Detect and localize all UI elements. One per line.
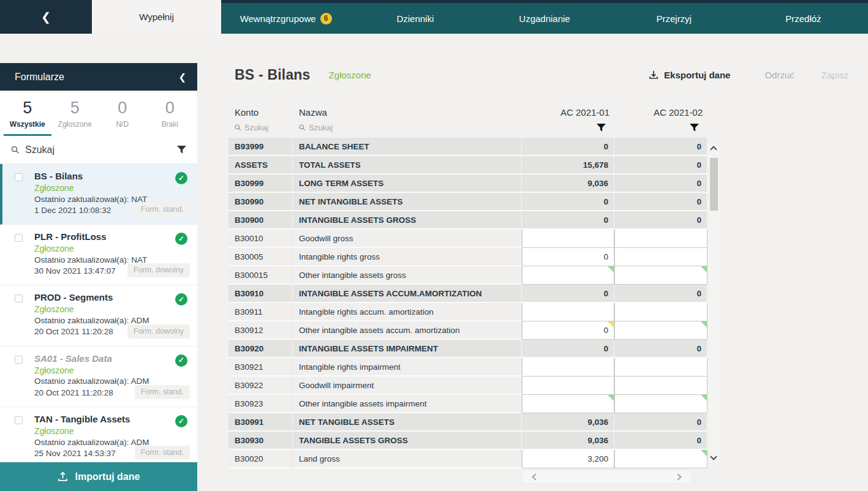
row-name: TANGIBLE ASSETS GROSS [293,432,522,450]
form-type-badge: Form. stand. [135,446,190,460]
export-data-button[interactable]: Eksportuj dane [649,70,730,80]
nav-tab-wewnatrzgrupowe[interactable]: Wewnątrzgrupowe6 [221,3,350,34]
nav-tab-label: Wewnątrzgrupowe [240,13,316,24]
search-placeholder: Szukaj [25,144,172,156]
value-cell: 0 [522,285,614,303]
col-header-konto[interactable]: Konto [228,105,293,119]
filter-icon[interactable] [177,146,186,154]
ac-2021-02-filter-icon[interactable] [614,119,708,136]
nav-tab-label: Przejrzyj [656,13,692,24]
value-cell: 0 [522,138,614,156]
row-name: Goodwill impairment [293,377,522,395]
value-cell[interactable] [614,266,708,285]
row-code: B30900 [228,211,293,230]
vertical-scrollbar[interactable] [709,143,720,463]
row-code: B30922 [228,377,293,395]
form-list-item[interactable]: BS - BilansZgłoszoneOstatnio zaktualizow… [0,164,197,225]
form-checkbox[interactable] [15,294,23,302]
vertical-scrollbar-thumb[interactable] [710,158,718,211]
collapse-sidebar-icon[interactable]: ❮ [178,72,186,83]
value-cell[interactable] [614,377,708,395]
counter-value: 0 [99,99,146,118]
row-name: Intangible rights accum. amortization [293,303,522,321]
table-row: B30999LONG TERM ASSETS9,0360 [228,174,708,193]
value-cell[interactable] [522,395,614,413]
counter-braki[interactable]: 0Braki [146,99,194,136]
scroll-right-icon[interactable] [674,473,681,480]
konto-search-input[interactable]: Szukaj [228,119,293,136]
form-checkbox[interactable] [15,173,23,181]
reject-button[interactable]: Odrzuć [764,70,794,80]
counter-value: 5 [4,99,51,118]
scroll-up-icon[interactable] [710,146,717,152]
table-row: B30912Other intangible assets accum. amo… [228,321,708,340]
import-data-button[interactable]: Importuj dane [0,462,197,491]
import-data-label: Importuj dane [75,471,140,482]
counter-wszystkie[interactable]: 5Wszystkie [4,99,51,136]
search-icon [11,146,20,154]
nav-tab-label: Uzgadnianie [519,13,570,24]
col-header-ac-2021-02[interactable]: AC 2021-02 [614,105,708,119]
counter-zgloszone[interactable]: 5Zgłoszone [51,99,99,136]
value-cell[interactable] [522,358,614,377]
nav-tab-uzgadnianie[interactable]: Uzgadnianie [480,3,609,34]
sidebar-search[interactable]: Szukaj [0,136,197,164]
horizontal-scrollbar[interactable] [522,470,692,484]
row-name: Goodwill gross [293,230,522,248]
scroll-left-icon[interactable] [532,473,538,480]
table-row: B30910INTANGIBLE ASSETS ACCUM.AMORTIZATI… [228,285,708,303]
value-cell[interactable] [522,377,614,395]
nav-tab-label: Dzienniki [396,13,434,24]
form-checkbox[interactable] [15,356,23,364]
row-name: BALANCE SHEET [293,138,522,156]
row-code: B30999 [228,174,293,193]
table-row: B300015Other intangible assets gross [228,266,708,285]
row-name: Intangible rights gross [293,248,522,266]
value-cell[interactable] [522,230,614,248]
table-row: B30010Goodwill gross [228,230,708,248]
counter-nd[interactable]: 0N/D [99,99,146,136]
value-cell[interactable] [614,303,708,321]
col-header-ac-2021-01[interactable]: AC 2021-01 [522,105,614,119]
row-code: B30920 [228,340,293,358]
table-row: B30923Other intangible assets impairment [228,395,708,413]
value-cell[interactable] [614,450,708,468]
nav-tab-przejrzyj[interactable]: Przejrzyj [609,3,739,34]
counter-label: Zgłoszone [51,120,99,129]
form-list-item[interactable]: SA01 - Sales DataZgłoszoneOstatnio zaktu… [0,347,197,407]
nav-tab-przedloz[interactable]: Przedłóż [739,3,868,34]
col-header-nazwa[interactable]: Nazwa [293,105,522,119]
back-button[interactable]: ❮ [0,0,92,34]
search-icon [299,124,306,131]
search-icon [235,124,241,131]
value-cell: 0 [614,285,708,303]
form-checkbox[interactable] [15,234,23,242]
value-cell[interactable]: 0 [522,321,614,340]
table-row: B30920INTANGIBLE ASSETS IMPAIRMENT00 [228,340,708,358]
form-list-item[interactable]: PROD - SegmentsZgłoszoneOstatnio zaktual… [0,285,197,346]
row-code: B30921 [228,358,293,377]
value-cell[interactable] [522,266,614,285]
value-cell[interactable] [522,303,614,321]
form-list-item[interactable]: PLR - ProfitLossZgłoszoneOstatnio zaktua… [0,225,197,285]
value-cell[interactable] [614,321,708,340]
form-title: PROD - Segments [34,292,189,303]
value-cell[interactable] [614,358,708,377]
form-status: Zgłoszone [34,183,189,193]
value-cell[interactable]: 3,200 [522,450,614,468]
nav-tab-dzienniki[interactable]: Dzienniki [350,3,480,34]
value-cell[interactable] [614,395,708,413]
nazwa-search-input[interactable]: Szukaj [293,119,522,136]
ac-2021-01-filter-icon[interactable] [522,119,614,136]
nav-tab-wypelnij[interactable]: Wypełnij [92,0,221,34]
value-cell[interactable] [614,248,708,266]
table-row: B93999BALANCE SHEET00 [228,138,708,156]
scroll-down-icon[interactable] [710,453,717,460]
row-code: B30010 [228,230,293,248]
value-cell[interactable] [614,230,708,248]
save-button[interactable]: Zapisz [821,70,848,80]
form-checkbox[interactable] [15,416,23,424]
form-type-badge: Form. dowolny [127,263,190,277]
value-cell[interactable]: 0 [522,248,614,266]
form-list-item[interactable]: TAN - Tangible AssetsZgłoszoneOstatnio z… [0,407,197,462]
